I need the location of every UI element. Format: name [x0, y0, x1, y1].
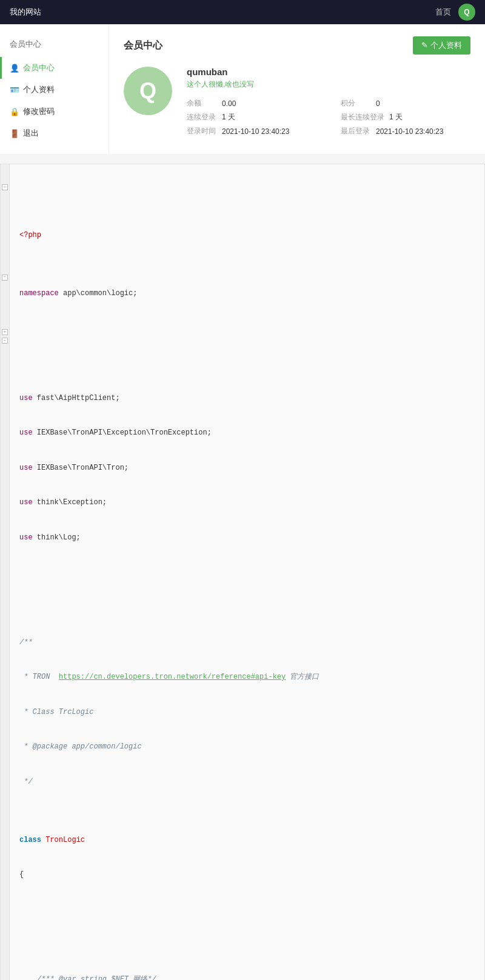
code-line: use think\Log;	[19, 532, 475, 544]
code-line	[19, 579, 475, 590]
login-time-value: 2021-10-10 23:40:23	[222, 127, 289, 136]
code-line: * @package app/common/logic	[19, 741, 475, 753]
fold-marker-3[interactable]: +	[2, 329, 8, 335]
stat-login-time: 登录时间 2021-10-10 23:40:23	[187, 126, 316, 136]
sidebar: 会员中心 👤 会员中心 🪪 个人资料 🔒 修改密码 🚪 退出	[0, 24, 109, 154]
code-gutter: − − + −	[1, 164, 10, 980]
points-label: 积分	[341, 98, 371, 108]
balance-value: 0.00	[222, 99, 236, 108]
code-line: use think\Exception;	[19, 497, 475, 508]
code-line	[19, 335, 475, 346]
member-page: 会员中心 👤 会员中心 🪪 个人资料 🔒 修改密码 🚪 退出 会员中心 ✎ 个人…	[0, 24, 485, 154]
top-nav-right: 首页 Q	[435, 4, 475, 21]
site-brand: 我的网站	[10, 7, 41, 18]
streak-label: 连续登录	[187, 112, 217, 122]
fold-marker-1[interactable]: −	[2, 184, 8, 190]
code-content: − − + − 一淘模版 <?php namespace app\common\…	[1, 164, 484, 980]
exit-icon: 🚪	[10, 129, 18, 138]
user-avatar[interactable]: Q	[458, 4, 475, 21]
profile-bio: 这个人很懒,啥也没写	[187, 79, 470, 90]
code-line: */	[19, 776, 475, 788]
login-time-label: 登录时间	[187, 126, 217, 136]
user-icon: 👤	[10, 64, 18, 72]
max-streak-value: 1 天	[389, 112, 403, 122]
code-line: {	[19, 869, 475, 881]
code-line: use fast\AipHttpClient;	[19, 393, 475, 404]
sidebar-item-logout[interactable]: 🚪 退出	[0, 122, 109, 144]
home-link[interactable]: 首页	[435, 7, 451, 18]
last-login-label: 最后登录	[341, 126, 371, 136]
member-header: 会员中心 ✎ 个人资料	[124, 36, 470, 55]
code-line	[19, 916, 475, 927]
sidebar-item-password[interactable]: 🔒 修改密码	[0, 101, 109, 122]
profile-icon: 🪪	[10, 85, 18, 94]
sidebar-item-profile[interactable]: 🪪 个人资料	[0, 79, 109, 101]
stat-last-login: 最后登录 2021-10-10 23:40:23	[341, 126, 470, 136]
stat-streak: 连续登录 1 天	[187, 112, 316, 122]
page-title: 会员中心	[124, 39, 162, 52]
balance-label: 余额	[187, 98, 217, 108]
stat-points: 积分 0	[341, 98, 470, 108]
stat-balance: 余额 0.00	[187, 98, 316, 108]
avatar: Q	[124, 67, 172, 115]
fold-marker-2[interactable]: −	[2, 275, 8, 281]
fold-marker-4[interactable]: −	[2, 338, 8, 344]
code-line: use IEXBase\TronAPI\Exception\TronExcept…	[19, 427, 475, 439]
profile-stats: 余额 0.00 积分 0 连续登录 1 天 最长连续登录 1 天	[187, 98, 470, 136]
code-line: namespace app\common\logic;	[19, 288, 475, 299]
profile-info: qumuban 这个人很懒,啥也没写 余额 0.00 积分 0 连续登录 1 天	[187, 67, 470, 136]
streak-value: 1 天	[222, 112, 235, 122]
last-login-value: 2021-10-10 23:40:23	[376, 127, 443, 136]
code-line: class TronLogic	[19, 835, 475, 846]
code-line: use IEXBase\TronAPI\Tron;	[19, 462, 475, 474]
sidebar-title: 会员中心	[0, 34, 109, 57]
main-content: 会员中心 ✎ 个人资料 Q qumuban 这个人很懒,啥也没写 余额 0.00…	[109, 24, 485, 154]
code-viewer: − − + − 一淘模版 <?php namespace app\common\…	[0, 164, 485, 980]
profile-card: Q qumuban 这个人很懒,啥也没写 余额 0.00 积分 0 连续登录 1	[124, 67, 470, 136]
username: qumuban	[187, 67, 470, 77]
code-line: /**	[19, 637, 475, 648]
max-streak-label: 最长连续登录	[341, 112, 384, 122]
lock-icon: 🔒	[10, 107, 18, 116]
sidebar-item-member[interactable]: 👤 会员中心	[0, 57, 109, 79]
code-line: * Class TrcLogic	[19, 707, 475, 718]
code-line: * TRON https://cn.developers.tron.networ…	[19, 672, 475, 683]
code-line: <?php	[19, 230, 475, 241]
profile-button[interactable]: ✎ 个人资料	[413, 36, 470, 55]
top-navigation: 我的网站 首页 Q	[0, 0, 485, 24]
code-line: /*** @var string $NET 网络*/	[19, 974, 475, 980]
code-text: 一淘模版 <?php namespace app\common\logic; u…	[10, 164, 484, 980]
stat-max-streak: 最长连续登录 1 天	[341, 112, 470, 122]
points-value: 0	[376, 99, 380, 108]
